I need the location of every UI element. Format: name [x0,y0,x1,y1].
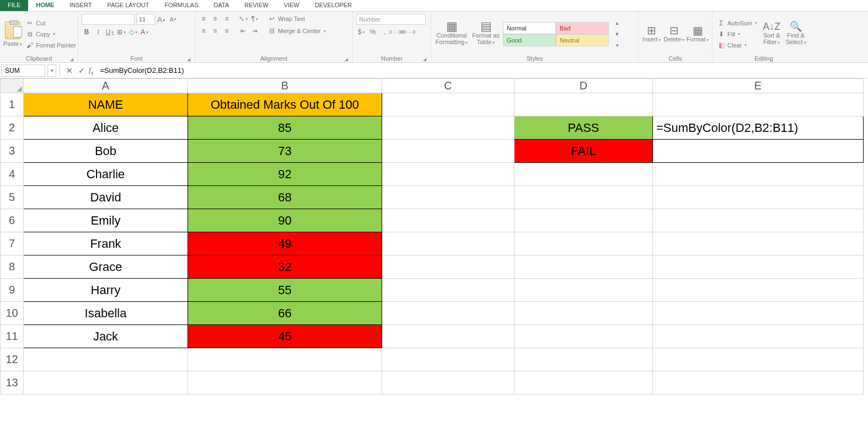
cell-B10[interactable]: 66 [188,302,382,325]
autosum-button[interactable]: ΣAutoSum [716,18,758,28]
cell-B13[interactable] [188,371,382,395]
col-header-C[interactable]: C [382,79,515,93]
col-header-D[interactable]: D [515,79,653,93]
format-painter-button[interactable]: 🖌Format Painter [24,40,77,50]
find-select-button[interactable]: 🔍Find & Select [785,14,807,54]
cell-D9[interactable] [515,279,653,302]
cell-style-neutral[interactable]: Neutral [556,34,609,46]
cell-C8[interactable] [382,255,515,279]
tab-review[interactable]: REVIEW [237,0,276,11]
cell-B4[interactable]: 92 [188,163,382,186]
cell-D7[interactable] [515,232,653,255]
row-header-2[interactable]: 2 [1,116,24,140]
cell-B12[interactable] [188,348,382,371]
styles-up-button[interactable]: ▲ [612,18,622,28]
sort-filter-button[interactable]: A↓ZSort & Filter [760,14,783,54]
dialog-launcher-icon[interactable]: ◢ [345,57,348,62]
tab-formulas[interactable]: FORMULAS [157,0,206,11]
cell-E3[interactable] [653,140,864,163]
bold-button[interactable]: B [82,27,92,37]
cell-C3[interactable] [382,140,515,163]
cell-C7[interactable] [382,232,515,255]
cell-A4[interactable]: Charlie [24,163,188,186]
cell-E12[interactable] [653,348,864,371]
font-size-input[interactable] [136,14,155,25]
row-header-4[interactable]: 4 [1,163,24,186]
cell-A1[interactable]: NAME [24,93,188,116]
cell-B2[interactable]: 85 [188,116,382,140]
cell-D11[interactable] [515,325,653,348]
wrap-text-button[interactable]: ↩Wrap Text [266,14,306,24]
cell-E9[interactable] [653,279,864,302]
fill-button[interactable]: ⬇Fill [716,29,758,39]
conditional-formatting-button[interactable]: ▦ Conditional Formatting [435,14,469,54]
cell-D13[interactable] [515,371,653,395]
cell-E10[interactable] [653,302,864,325]
cell-C5[interactable] [382,186,515,209]
enter-formula-button[interactable]: ✓ [76,66,88,75]
row-header-10[interactable]: 10 [1,302,24,325]
cell-D12[interactable] [515,348,653,371]
cell-D6[interactable] [515,209,653,232]
cell-C9[interactable] [382,279,515,302]
grow-font-button[interactable]: A▲ [157,14,167,24]
cell-E4[interactable] [653,163,864,186]
cell-C12[interactable] [382,348,515,371]
row-header-12[interactable]: 12 [1,348,24,371]
dialog-launcher-icon[interactable]: ◢ [70,57,73,62]
cut-button[interactable]: ✂Cut [24,18,77,28]
row-header-7[interactable]: 7 [1,232,24,255]
col-header-B[interactable]: B [188,79,382,93]
cell-B11[interactable]: 45 [188,325,382,348]
cell-A11[interactable]: Jack [24,325,188,348]
cell-A2[interactable]: Alice [24,116,188,140]
cell-B6[interactable]: 90 [188,209,382,232]
col-header-E[interactable]: E [653,79,864,93]
accounting-button[interactable]: $ [356,27,366,37]
cell-A9[interactable]: Harry [24,279,188,302]
format-as-table-button[interactable]: ▤ Format as Table [471,14,501,54]
borders-button[interactable]: ⊞ [116,27,126,37]
row-header-9[interactable]: 9 [1,279,24,302]
dialog-launcher-icon[interactable]: ◢ [423,57,426,62]
row-header-5[interactable]: 5 [1,186,24,209]
cell-D10[interactable] [515,302,653,325]
percent-button[interactable]: % [368,27,378,37]
spreadsheet-grid[interactable]: ABCDE1NAMEObtained Marks Out Of 1002Alic… [0,78,868,426]
merge-center-button[interactable]: ⊟Merge & Center [266,26,327,36]
cell-D4[interactable] [515,163,653,186]
cell-B8[interactable]: 32 [188,255,382,279]
row-header-3[interactable]: 3 [1,140,24,163]
fill-color-button[interactable]: ◇ [128,27,138,37]
copy-button[interactable]: ⧉Copy [24,29,77,39]
cell-D5[interactable] [515,186,653,209]
shrink-font-button[interactable]: A▼ [168,14,178,24]
cell-E8[interactable] [653,255,864,279]
cancel-formula-button[interactable]: ✕ [63,66,76,75]
align-middle-button[interactable]: ≡ [210,14,220,24]
cell-E2[interactable]: =SumByColor(D2,B2:B11) [653,116,864,140]
decrease-decimal-button[interactable]: .00→.0 [403,27,412,37]
cell-C1[interactable] [382,93,515,116]
name-box[interactable]: SUM [1,65,45,77]
font-family-input[interactable] [82,14,135,25]
decrease-indent-button[interactable]: ⇤ [238,26,248,36]
cell-A3[interactable]: Bob [24,140,188,163]
text-direction-button[interactable]: ¶ [250,14,260,24]
format-cells-button[interactable]: ▦Format [687,14,709,54]
cell-E6[interactable] [653,209,864,232]
cell-B7[interactable]: 49 [188,232,382,255]
dialog-launcher-icon[interactable]: ◢ [187,57,190,62]
font-color-button[interactable]: A [140,27,149,37]
align-left-button[interactable]: ≡ [199,26,208,36]
paste-button[interactable]: Paste [3,14,22,54]
cell-A13[interactable] [24,371,188,395]
cell-A10[interactable]: Isabella [24,302,188,325]
cell-D1[interactable] [515,93,653,116]
cell-B1[interactable]: Obtained Marks Out Of 100 [188,93,382,116]
formula-input[interactable] [97,65,868,77]
row-header-1[interactable]: 1 [1,93,24,116]
cell-C13[interactable] [382,371,515,395]
align-bottom-button[interactable]: ≡ [222,14,232,24]
cell-C4[interactable] [382,163,515,186]
